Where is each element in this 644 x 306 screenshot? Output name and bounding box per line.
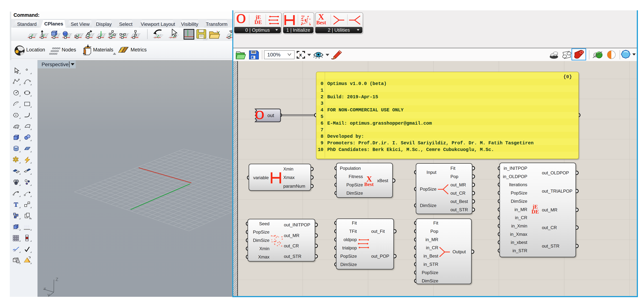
- svg-text:y: y: [48, 292, 50, 297]
- svg-text:Nodes: Nodes: [62, 47, 76, 52]
- svg-text:Perspective: Perspective: [42, 62, 68, 67]
- svg-text:Metrics: Metrics: [130, 47, 147, 52]
- svg-text:100%: 100%: [267, 52, 280, 57]
- svg-text:Z: Z: [56, 277, 58, 282]
- svg-text:Materials: Materials: [93, 47, 114, 52]
- svg-text:x: x: [44, 286, 46, 291]
- svg-text:T: T: [14, 201, 18, 208]
- svg-text:x: x: [299, 52, 302, 57]
- svg-text:Location: Location: [26, 47, 45, 52]
